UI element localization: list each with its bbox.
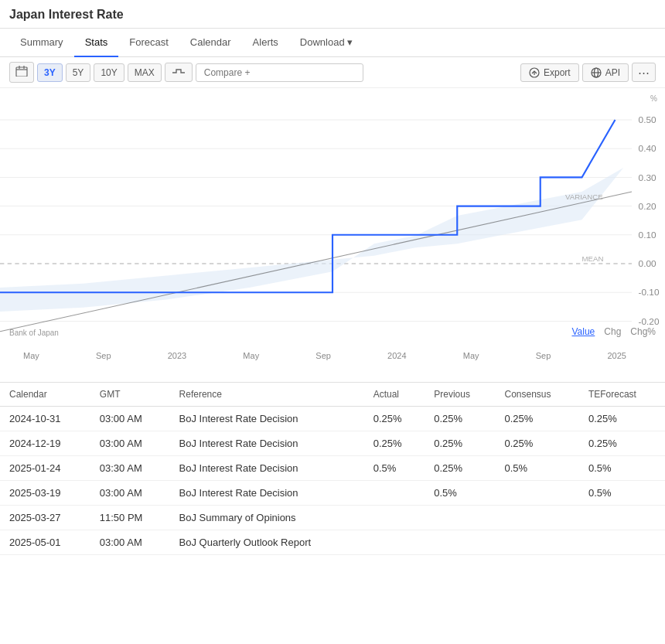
col-header-calendar: Calendar	[0, 383, 90, 407]
cell-gmt: 03:00 AM	[90, 431, 170, 456]
svg-text:0.40: 0.40	[639, 145, 656, 154]
tab-alerts[interactable]: Alerts	[242, 29, 289, 57]
table-row[interactable]: 2024-12-1903:00 AMBoJ Interest Rate Deci…	[0, 431, 665, 456]
tab-calendar[interactable]: Calendar	[179, 29, 242, 57]
cell-reference: BoJ Interest Rate Decision	[170, 407, 364, 431]
x-label-sep2: Sep	[315, 351, 331, 360]
cell-previous: 0.25%	[425, 431, 495, 456]
cell-consensus	[495, 530, 578, 555]
svg-text:VARIANCE: VARIANCE	[565, 193, 603, 202]
value-tab-chg[interactable]: Chg	[604, 326, 621, 337]
cell-actual: 0.25%	[364, 431, 425, 456]
table-row[interactable]: 2025-01-2403:30 AMBoJ Interest Rate Deci…	[0, 456, 665, 481]
cell-previous: 0.5%	[425, 481, 495, 506]
cell-gmt: 03:00 AM	[90, 481, 170, 506]
chevron-down-icon: ▾	[347, 36, 353, 48]
tab-forecast[interactable]: Forecast	[118, 29, 179, 57]
chart-value-tabs: Value Chg Chg%	[571, 326, 656, 337]
cell-calendar: 2024-12-19	[0, 431, 90, 456]
table-row[interactable]: 2024-10-3103:00 AMBoJ Interest Rate Deci…	[0, 407, 665, 431]
cell-reference: BoJ Interest Rate Decision	[170, 456, 364, 481]
export-label: Export	[544, 67, 571, 78]
cell-teforecast	[579, 530, 665, 555]
x-label-2023: 2023	[168, 351, 186, 360]
svg-text:0.20: 0.20	[639, 202, 656, 211]
cell-teforecast: 0.25%	[579, 431, 665, 456]
timeframe-max[interactable]: MAX	[128, 63, 162, 82]
x-label-sep3: Sep	[536, 351, 551, 360]
cell-actual	[364, 481, 425, 506]
export-button[interactable]: Export	[520, 63, 579, 82]
cell-calendar: 2024-10-31	[0, 407, 90, 431]
cell-consensus	[495, 506, 578, 530]
chart-type-button[interactable]	[165, 63, 193, 82]
x-label-2024: 2024	[387, 351, 406, 360]
x-label-may: May	[23, 351, 39, 360]
more-options-button[interactable]: ⋯	[632, 63, 656, 82]
svg-text:-0.10: -0.10	[639, 288, 660, 298]
download-label: Download	[300, 36, 345, 48]
col-header-reference: Reference	[170, 383, 364, 407]
svg-text:-0.20: -0.20	[639, 317, 660, 326]
cell-actual	[364, 506, 425, 530]
cell-consensus	[495, 481, 578, 506]
cell-consensus: 0.25%	[495, 407, 578, 431]
tab-download[interactable]: Download ▾	[289, 29, 363, 57]
chart-svg-container: 0.50 0.40 0.30 0.20 0.10 0.00 -0.10 -0.2…	[0, 96, 665, 336]
cell-reference: BoJ Quarterly Outlook Report	[170, 530, 364, 555]
timeframe-3y[interactable]: 3Y	[37, 63, 63, 82]
cell-calendar: 2025-03-19	[0, 481, 90, 506]
toolbar: 3Y 5Y 10Y MAX Export API ⋯	[0, 57, 665, 88]
svg-text:MEAN: MEAN	[582, 254, 604, 263]
table-row[interactable]: 2025-03-2711:50 PMBoJ Summary of Opinion…	[0, 506, 665, 530]
cell-previous	[425, 530, 495, 555]
timeframe-10y[interactable]: 10Y	[94, 63, 124, 82]
col-header-consensus: Consensus	[495, 383, 578, 407]
page-title: Japan Interest Rate	[0, 0, 665, 29]
cell-teforecast: 0.25%	[579, 407, 665, 431]
table-row[interactable]: 2025-05-0103:00 AMBoJ Quarterly Outlook …	[0, 530, 665, 555]
compare-input[interactable]	[196, 63, 363, 82]
cell-previous: 0.25%	[425, 407, 495, 431]
svg-text:0.10: 0.10	[639, 230, 656, 240]
cell-calendar: 2025-03-27	[0, 506, 90, 530]
cell-calendar: 2025-01-24	[0, 456, 90, 481]
value-tab-value[interactable]: Value	[571, 326, 595, 337]
table-row[interactable]: 2025-03-1903:00 AMBoJ Interest Rate Deci…	[0, 481, 665, 506]
cell-actual	[364, 530, 425, 555]
api-button[interactable]: API	[582, 63, 629, 82]
cell-teforecast	[579, 506, 665, 530]
chart-source: Bank of Japan	[9, 329, 59, 337]
tab-summary[interactable]: Summary	[9, 29, 74, 57]
tab-bar: Summary Stats Forecast Calendar Alerts D…	[0, 29, 665, 57]
timeframe-5y[interactable]: 5Y	[66, 63, 91, 82]
x-label-2025: 2025	[607, 351, 626, 360]
cell-calendar: 2025-05-01	[0, 530, 90, 555]
cell-gmt: 03:00 AM	[90, 407, 170, 431]
cell-gmt: 11:50 PM	[90, 506, 170, 530]
cell-reference: BoJ Summary of Opinions	[170, 506, 364, 530]
table-header-row: Calendar GMT Reference Actual Previous C…	[0, 383, 665, 407]
svg-text:0.50: 0.50	[639, 115, 656, 124]
x-label-may2: May	[243, 351, 259, 360]
col-header-previous: Previous	[425, 383, 495, 407]
cell-actual: 0.5%	[364, 456, 425, 481]
cell-gmt: 03:00 AM	[90, 530, 170, 555]
data-table: Calendar GMT Reference Actual Previous C…	[0, 383, 665, 555]
calendar-icon-button[interactable]	[9, 62, 34, 83]
x-label-may3: May	[463, 351, 479, 360]
table-body: 2024-10-3103:00 AMBoJ Interest Rate Deci…	[0, 407, 665, 555]
x-label-sep: Sep	[96, 351, 111, 360]
cell-previous	[425, 506, 495, 530]
cell-actual: 0.25%	[364, 407, 425, 431]
svg-rect-0	[16, 67, 27, 77]
chart-area: % 0.50 0.40 0.30 0.20 0.10 0.00 -0.10 -0…	[0, 88, 665, 366]
cell-consensus: 0.25%	[495, 431, 578, 456]
cell-previous: 0.25%	[425, 456, 495, 481]
col-header-actual: Actual	[364, 383, 425, 407]
cell-reference: BoJ Interest Rate Decision	[170, 481, 364, 506]
value-tab-chgpct[interactable]: Chg%	[630, 326, 656, 337]
cell-reference: BoJ Interest Rate Decision	[170, 431, 364, 456]
tab-stats[interactable]: Stats	[74, 29, 119, 57]
table-section: Calendar GMT Reference Actual Previous C…	[0, 382, 665, 555]
